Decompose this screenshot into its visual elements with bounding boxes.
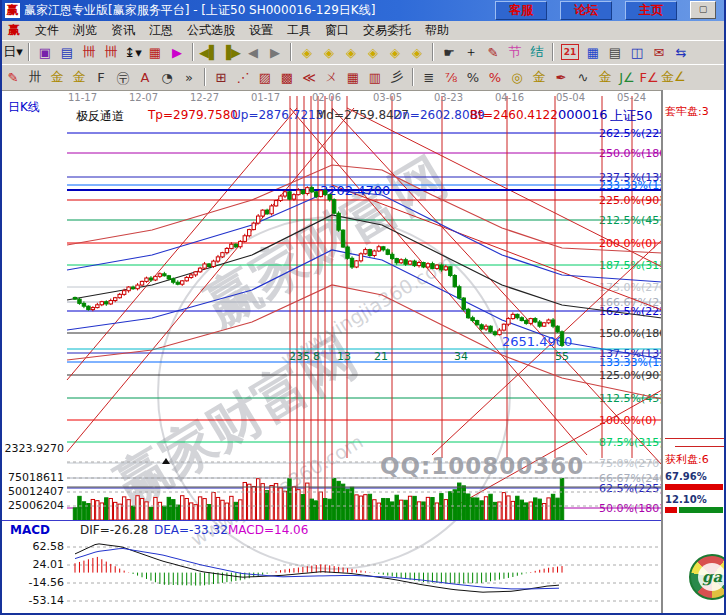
- volume-bar: [444, 500, 447, 520]
- candle-body: [319, 191, 322, 197]
- volume-bar: [368, 494, 371, 520]
- volume-bar: [154, 497, 157, 520]
- candle-body: [279, 196, 282, 201]
- candle-body: [315, 192, 318, 197]
- x-axis-date: 02-06: [312, 92, 341, 103]
- candle-body: [306, 188, 309, 194]
- volume-bar: [560, 479, 563, 520]
- candle-body: [194, 272, 197, 275]
- volume-bar: [172, 500, 175, 520]
- candle-body: [471, 318, 474, 321]
- candle-body: [368, 250, 371, 256]
- x-axis-date: 12-27: [190, 92, 219, 103]
- gann-fan-line: [67, 108, 297, 380]
- volume-bar: [158, 502, 161, 520]
- volume-scale-label: 75018611: [8, 471, 64, 484]
- volume-bar: [422, 502, 425, 520]
- candle-body: [453, 275, 456, 286]
- volume-bar: [484, 497, 487, 520]
- candle-body: [136, 285, 139, 289]
- volume-bar: [207, 505, 210, 520]
- volume-bar: [306, 483, 309, 520]
- gann-level-label: 75.0%(270): [599, 457, 664, 470]
- gann-wheel-logo: ga: [689, 554, 726, 600]
- volume-bar: [118, 504, 121, 520]
- candle-body: [158, 274, 161, 277]
- x-axis-date: 03-23: [434, 92, 463, 103]
- candle-body: [140, 281, 143, 285]
- channel-curve-md: [67, 215, 662, 318]
- price-axis-label: 2323.9270: [5, 442, 65, 455]
- volume-bar: [105, 498, 108, 520]
- candle-body: [520, 318, 523, 321]
- volume-bar: [346, 489, 349, 520]
- candle-body: [399, 260, 402, 263]
- volume-bar: [122, 497, 125, 520]
- candle-body: [288, 192, 291, 199]
- candle-body: [73, 297, 76, 299]
- candle-body: [458, 287, 461, 298]
- channel-name-label: 极反通道: [76, 108, 124, 125]
- gann-level-label: 50.0%(180): [599, 502, 664, 515]
- profit-positions-label: 获利盘:6: [665, 452, 709, 467]
- volume-bar: [516, 496, 519, 520]
- candle-body: [431, 264, 434, 269]
- candle-body: [212, 261, 215, 266]
- candle-body: [297, 190, 300, 195]
- volume-bar: [91, 499, 94, 520]
- volume-bar: [96, 501, 99, 520]
- dif-line: [75, 544, 559, 592]
- volume-bar: [332, 479, 335, 520]
- macd-dif-value: DIF=-26.28: [80, 523, 148, 537]
- volume-bar: [109, 498, 112, 520]
- candle-body: [386, 250, 389, 255]
- volume-bar: [198, 497, 201, 520]
- x-axis-date: 05-24: [617, 92, 646, 103]
- volume-bar: [373, 500, 376, 520]
- candle-body: [364, 250, 367, 254]
- profit-pct-value: 67.96%: [665, 471, 707, 482]
- fib-number: 55: [555, 350, 569, 363]
- volume-bar: [440, 494, 443, 520]
- volume-bar: [355, 495, 358, 520]
- volume-bar: [498, 502, 501, 520]
- volume-bar: [341, 484, 344, 520]
- candle-body: [239, 241, 242, 246]
- volume-bar: [551, 494, 554, 520]
- candle-body: [377, 247, 380, 251]
- volume-bar: [324, 499, 327, 520]
- second-pct-bar-green: [679, 507, 723, 513]
- candle-body: [127, 287, 130, 291]
- candle-body: [216, 257, 219, 261]
- candle-body: [489, 326, 492, 332]
- candle-body: [145, 278, 148, 281]
- volume-bar: [511, 501, 514, 520]
- candle-body: [118, 294, 121, 297]
- volume-bar: [395, 495, 398, 520]
- candle-body: [355, 261, 358, 267]
- candle-body: [189, 275, 192, 278]
- candle-body: [466, 309, 469, 317]
- candle-body: [529, 319, 532, 324]
- volume-bar: [426, 497, 429, 520]
- candle-body: [122, 291, 125, 295]
- fib-number: 3: [296, 350, 303, 363]
- x-axis-date: 11-17: [68, 92, 97, 103]
- volume-bar: [279, 488, 282, 520]
- volume-bar: [181, 496, 184, 520]
- macd-dea-value: DEA=-33.32: [154, 523, 228, 537]
- gann-wheel-logo-text: ga: [698, 563, 726, 591]
- candle-body: [283, 192, 286, 196]
- volume-bar: [525, 503, 528, 520]
- candle-body: [350, 258, 353, 267]
- gann-level-label: 87.5%(315): [599, 436, 664, 449]
- candle-body: [310, 188, 313, 192]
- candle-body: [105, 302, 108, 304]
- volume-bar: [194, 505, 197, 520]
- symbol-code: 000016: [558, 107, 608, 122]
- candle-body: [248, 230, 251, 236]
- candle-body: [82, 303, 85, 306]
- candle-body: [475, 321, 478, 325]
- candle-body: [373, 251, 376, 256]
- positions-panel: 套牢盘:3 获利盘:6 67.96% 12.10% ga: [661, 90, 726, 615]
